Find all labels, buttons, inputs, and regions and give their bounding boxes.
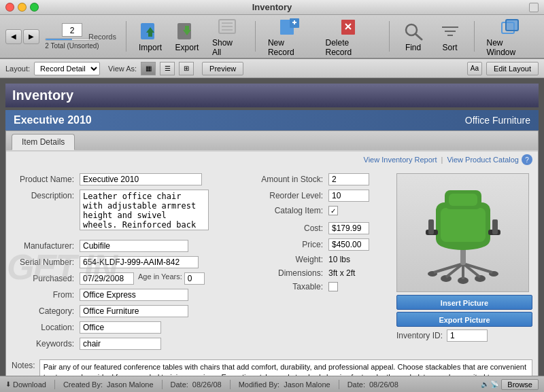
- modified-value: Jason Malone: [284, 380, 330, 389]
- tab-bar: Item Details: [6, 131, 538, 152]
- location-row: Location:: [12, 321, 247, 334]
- new-record-icon: [279, 16, 301, 37]
- maximize-button[interactable]: [30, 3, 39, 12]
- import-button[interactable]: Import: [133, 18, 167, 55]
- insert-picture-button[interactable]: Insert Picture: [396, 295, 532, 310]
- view-catalog-link[interactable]: View Product Catalog: [447, 156, 519, 164]
- product-name-input[interactable]: [80, 173, 202, 185]
- toolbar-divider-2: [255, 21, 256, 52]
- minimize-button[interactable]: [18, 3, 27, 12]
- manufacturer-input[interactable]: [80, 240, 188, 252]
- status-sep-4: [339, 380, 339, 389]
- record-header: Executive 2010 Office Furniture: [5, 110, 539, 130]
- new-record-button[interactable]: New Record: [262, 14, 318, 60]
- location-label: Location:: [12, 321, 80, 332]
- sort-button[interactable]: Sort: [433, 18, 467, 55]
- toolbar-divider-3: [389, 21, 390, 52]
- age-label: Age in Years:: [138, 272, 182, 281]
- reorder-label: Reorder Level:: [254, 191, 328, 200]
- cost-input[interactable]: [328, 222, 369, 234]
- keywords-label: Keywords:: [12, 338, 80, 349]
- link-separator: |: [441, 156, 443, 164]
- modified-by-item: Modified By: Jason Malone: [239, 380, 330, 389]
- dimensions-row: Dimensions: 3ft x 2ft: [254, 268, 390, 278]
- keywords-input[interactable]: [80, 338, 161, 350]
- product-name-row: Product Name:: [12, 173, 247, 185]
- show-all-button[interactable]: Show All: [207, 14, 248, 60]
- view-form-button[interactable]: ▦: [141, 62, 156, 75]
- notes-label: Notes:: [12, 359, 35, 370]
- reorder-input[interactable]: [328, 190, 369, 202]
- content-area: Item Details View Inventory Report | Vie…: [5, 130, 539, 376]
- catalog-item-checkbox[interactable]: [328, 206, 338, 215]
- main-content: Inventory Executive 2010 Office Furnitur…: [0, 78, 544, 376]
- record-number-display[interactable]: 2: [62, 23, 82, 37]
- taxable-row: Taxable:: [254, 282, 390, 291]
- total-label: 2 Total (Unsorted): [45, 42, 99, 50]
- new-window-button[interactable]: New Window: [481, 14, 539, 60]
- purchased-label: Purchased:: [12, 272, 80, 283]
- notes-text[interactable]: Pair any of our featured conference tabl…: [39, 359, 532, 376]
- close-button[interactable]: [5, 3, 14, 12]
- tab-item-details[interactable]: Item Details: [12, 134, 75, 150]
- description-label: Description:: [12, 190, 80, 200]
- help-button[interactable]: ?: [522, 154, 532, 165]
- amount-stock-row: Amount in Stock:: [254, 173, 390, 185]
- edit-layout-button[interactable]: Edit Layout: [486, 62, 539, 75]
- serial-row: Serial Number:: [12, 256, 247, 268]
- manufacturer-row: Manufacturer:: [12, 240, 247, 252]
- from-row: From:: [12, 289, 247, 301]
- serial-input[interactable]: [80, 256, 199, 268]
- created-by-item: Created By: Jason Malone: [63, 380, 154, 389]
- price-input[interactable]: [328, 238, 369, 251]
- date-value: 08/26/08: [192, 380, 222, 389]
- preview-button[interactable]: Preview: [202, 62, 243, 75]
- import-icon: [139, 21, 161, 41]
- window-controls[interactable]: [5, 3, 39, 12]
- find-label: Find: [405, 43, 421, 52]
- category-label: Category:: [12, 305, 80, 316]
- new-record-label: New Record: [268, 38, 312, 57]
- from-label: From:: [12, 289, 80, 300]
- font-size-button[interactable]: Aa: [467, 62, 482, 75]
- svg-rect-42: [449, 194, 477, 206]
- inventory-id-input[interactable]: [447, 329, 488, 342]
- view-grid-button[interactable]: ⊞: [179, 62, 194, 75]
- progress-fill: [46, 39, 72, 40]
- reorder-row: Reorder Level:: [254, 190, 390, 202]
- dimensions-label: Dimensions:: [254, 268, 328, 278]
- page-title: Inventory: [12, 88, 73, 103]
- age-input[interactable]: [184, 272, 205, 285]
- nav-next-button[interactable]: ▶: [23, 29, 39, 44]
- expand-button[interactable]: [529, 3, 539, 12]
- purchased-input[interactable]: [80, 272, 134, 285]
- product-image: [396, 173, 529, 292]
- amount-stock-input[interactable]: [328, 173, 369, 185]
- show-all-label: Show All: [212, 38, 243, 57]
- taxable-checkbox[interactable]: [328, 282, 338, 291]
- date2-value: 08/26/08: [369, 380, 398, 389]
- view-list-button[interactable]: ☰: [160, 62, 175, 75]
- description-input[interactable]: Leather office chair with adjustable arm…: [80, 190, 209, 230]
- right-fields: Amount in Stock: Reorder Level: Catalog …: [254, 173, 390, 354]
- export-button[interactable]: Export: [170, 18, 204, 55]
- dimensions-value: 3ft x 2ft: [328, 268, 355, 278]
- find-button[interactable]: Find: [396, 18, 430, 55]
- delete-record-button[interactable]: Delete Record: [320, 14, 382, 60]
- layout-select[interactable]: Record Detail: [34, 62, 100, 75]
- nav-prev-button[interactable]: ◀: [5, 29, 22, 44]
- price-row: Price:: [254, 238, 390, 251]
- from-input[interactable]: [80, 289, 188, 301]
- export-picture-button[interactable]: Export Picture: [396, 312, 532, 327]
- new-window-icon: [499, 16, 521, 37]
- browse-button[interactable]: Browse: [501, 379, 539, 390]
- keywords-row: Keywords:: [12, 338, 247, 350]
- view-inventory-link[interactable]: View Inventory Report: [364, 156, 437, 164]
- cost-row: Cost:: [254, 222, 390, 234]
- export-label: Export: [175, 43, 199, 52]
- location-input[interactable]: [80, 321, 161, 334]
- created-value: Jason Malone: [107, 380, 154, 389]
- layout-bar: Layout: Record Detail View As: ▦ ☰ ⊞ Pre…: [0, 59, 544, 78]
- category-row: Category:: [12, 305, 247, 317]
- category-input[interactable]: [80, 305, 188, 317]
